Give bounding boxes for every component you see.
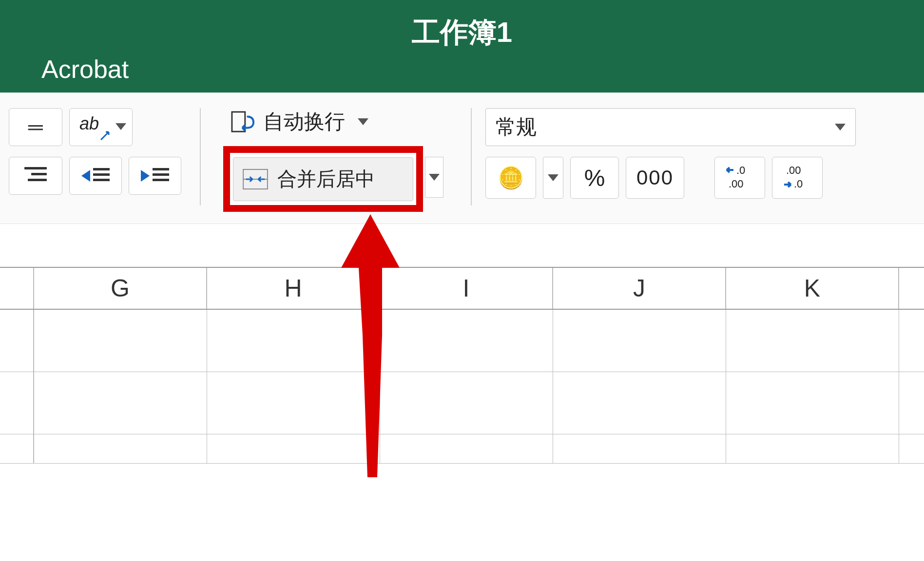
row-header[interactable] bbox=[0, 372, 34, 434]
cell[interactable] bbox=[380, 310, 553, 372]
dropdown-caret-icon bbox=[548, 174, 558, 181]
align-middle-button[interactable]: ═ bbox=[9, 108, 62, 146]
column-header[interactable]: I bbox=[380, 268, 553, 309]
dropdown-caret-icon bbox=[358, 118, 368, 125]
column-header[interactable]: K bbox=[726, 268, 899, 309]
spreadsheet-grid: G H I J K bbox=[0, 267, 924, 464]
cell[interactable] bbox=[380, 372, 553, 434]
formula-bar-area bbox=[0, 224, 924, 267]
merge-center-button[interactable]: 合并后居中 bbox=[233, 157, 413, 201]
orientation-arrow-icon bbox=[100, 129, 112, 141]
alignment-group: ═ ab bbox=[0, 108, 190, 206]
number-format-select[interactable]: 常规 bbox=[485, 108, 856, 146]
dropdown-caret-icon bbox=[835, 124, 846, 131]
increase-decimal-button[interactable]: .0 .00 bbox=[714, 157, 765, 199]
cell[interactable] bbox=[34, 372, 207, 434]
svg-text:.0: .0 bbox=[794, 178, 803, 190]
decrease-decimal-icon: .00 .0 bbox=[780, 163, 814, 192]
dropdown-caret-icon bbox=[116, 123, 126, 130]
orientation-button[interactable]: ab bbox=[69, 108, 133, 146]
cell[interactable] bbox=[553, 434, 726, 463]
row-header[interactable] bbox=[0, 310, 34, 372]
merge-center-icon bbox=[242, 168, 269, 190]
svg-marker-7 bbox=[341, 214, 400, 477]
ribbon-toolbar: ═ ab bbox=[0, 93, 924, 224]
cell[interactable] bbox=[726, 372, 899, 434]
align-right-icon bbox=[24, 167, 47, 185]
svg-text:.00: .00 bbox=[786, 164, 801, 176]
increase-indent-icon bbox=[141, 168, 169, 184]
dropdown-caret-icon bbox=[429, 174, 440, 181]
cell[interactable] bbox=[34, 310, 207, 372]
row-header-gutter bbox=[0, 268, 34, 309]
decrease-decimal-button[interactable]: .00 .0 bbox=[772, 157, 823, 199]
cell[interactable] bbox=[553, 372, 726, 434]
merge-center-dropdown[interactable] bbox=[425, 157, 443, 198]
decrease-indent-button[interactable] bbox=[69, 157, 122, 195]
number-format-label: 常规 bbox=[496, 113, 537, 141]
column-header[interactable]: J bbox=[553, 268, 726, 309]
workbook-title: 工作簿1 bbox=[412, 14, 512, 52]
currency-icon: 🪙 bbox=[498, 165, 524, 190]
annotation-arrow bbox=[336, 214, 404, 487]
cell[interactable] bbox=[34, 434, 207, 463]
cell[interactable] bbox=[380, 434, 553, 463]
svg-text:.0: .0 bbox=[736, 164, 745, 176]
table-row bbox=[0, 434, 924, 464]
wrap-text-label: 自动换行 bbox=[263, 108, 345, 135]
column-header[interactable]: G bbox=[34, 268, 207, 309]
wrap-text-button[interactable]: 自动换行 bbox=[223, 108, 423, 135]
merge-center-highlight: 合并后居中 bbox=[223, 146, 423, 212]
percent-button[interactable]: % bbox=[570, 157, 619, 199]
merge-center-label: 合并后居中 bbox=[277, 166, 375, 192]
currency-button[interactable]: 🪙 bbox=[485, 157, 536, 199]
align-left-button[interactable] bbox=[9, 157, 62, 195]
cell[interactable] bbox=[553, 310, 726, 372]
cell[interactable] bbox=[726, 434, 899, 463]
table-row bbox=[0, 372, 924, 434]
increase-indent-button[interactable] bbox=[129, 157, 181, 195]
group-divider bbox=[471, 108, 472, 206]
decrease-indent-icon bbox=[81, 168, 110, 184]
currency-dropdown[interactable] bbox=[543, 157, 563, 199]
column-headers-row: G H I J K bbox=[0, 267, 924, 310]
row-header[interactable] bbox=[0, 434, 34, 463]
orientation-ab-icon: ab bbox=[79, 113, 99, 134]
grid-rows bbox=[0, 310, 924, 464]
thousands-button[interactable]: 000 bbox=[626, 157, 684, 199]
wrap-text-icon bbox=[231, 110, 254, 133]
cell[interactable] bbox=[726, 310, 899, 372]
tab-acrobat[interactable]: Acrobat bbox=[41, 55, 129, 84]
table-row bbox=[0, 310, 924, 372]
wrap-merge-group: 自动换行 合并后居中 bbox=[214, 108, 432, 206]
increase-decimal-icon: .0 .00 bbox=[723, 163, 757, 192]
number-format-group: 常规 🪙 % 000 .0 .00 bbox=[485, 108, 856, 199]
group-divider bbox=[200, 108, 201, 206]
title-bar: 工作簿1 Acrobat bbox=[0, 0, 924, 93]
svg-text:.00: .00 bbox=[729, 178, 744, 190]
